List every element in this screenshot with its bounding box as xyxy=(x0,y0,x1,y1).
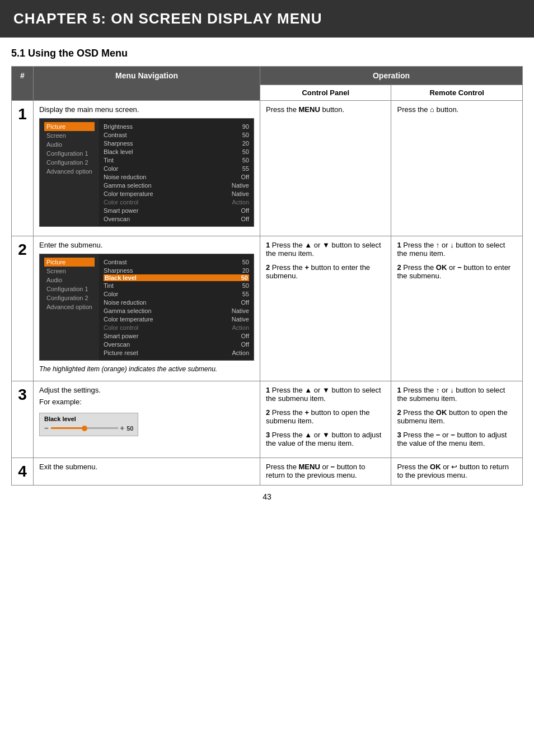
page-number: 43 xyxy=(263,492,271,501)
row3-menu-nav: Adjust the settings. For example: Black … xyxy=(33,381,260,458)
slider-label: Black level xyxy=(44,416,133,422)
slider-value: 50 xyxy=(127,425,133,432)
osd-content-1: Brightness90 Contrast50 Sharpness20 Blac… xyxy=(99,119,254,226)
section-title: 5.1 Using the OSD Menu xyxy=(11,48,523,59)
osd-content-2: Contrast50 Sharpness20 Black level50 Tin… xyxy=(99,254,254,360)
row2-note: The highlighted item (orange) indicates … xyxy=(39,365,254,373)
row-num-1: 1 xyxy=(12,101,34,236)
osd-sidebar-picture-2: Picture xyxy=(44,258,95,267)
table-row: 2 Enter the submenu. Picture Screen Audi… xyxy=(12,236,523,381)
osd-menu-2: Picture Screen Audio Configuration 1 Con… xyxy=(39,254,254,361)
remote-control-header: Remote Control xyxy=(391,85,523,101)
slider-container: Black level − + 50 xyxy=(39,413,138,436)
osd-sidebar-advanced: Advanced option xyxy=(44,167,95,176)
row2-control-panel: 1 Press the ▲ or ▼ button to select the … xyxy=(260,236,391,381)
row2-remote-control: 1 Press the ↑ or ↓ button to select the … xyxy=(391,236,523,381)
row2-desc: Enter the submenu. xyxy=(39,241,254,249)
table-row: 4 Exit the submenu. Press the MENU or − … xyxy=(12,458,523,486)
row4-remote-control: Press the OK or ↩ button to return to th… xyxy=(391,458,523,486)
row3-desc: Adjust the settings. xyxy=(39,386,254,394)
operation-header: Operation xyxy=(260,67,523,85)
slider-track: − + 50 xyxy=(44,424,133,432)
row-num-2: 2 xyxy=(12,236,34,381)
osd-sidebar-2: Picture Screen Audio Configuration 1 Con… xyxy=(40,254,99,360)
row1-remote-control: Press the ⌂ button. xyxy=(391,101,523,236)
osd-table: # Menu Navigation Operation Control Pane… xyxy=(11,66,523,486)
osd-sidebar-config2: Configuration 2 xyxy=(44,158,95,167)
osd-sidebar-config1-2: Configuration 1 xyxy=(44,284,95,293)
chapter-header: CHAPTER 5: ON SCREEN DISPLAY MENU xyxy=(0,0,534,38)
hash-header: # xyxy=(12,67,34,101)
chapter-title: CHAPTER 5: ON SCREEN DISPLAY MENU xyxy=(13,10,521,27)
slider-minus-icon: − xyxy=(44,424,49,432)
osd-sidebar-screen-2: Screen xyxy=(44,267,95,276)
row4-menu-nav: Exit the submenu. xyxy=(33,458,260,486)
osd-sidebar-config1: Configuration 1 xyxy=(44,149,95,158)
osd-sidebar-audio-2: Audio xyxy=(44,276,95,284)
osd-sidebar-picture: Picture xyxy=(44,122,95,131)
control-panel-header: Control Panel xyxy=(260,85,391,101)
osd-sidebar-screen: Screen xyxy=(44,131,95,140)
slider-thumb xyxy=(82,426,87,431)
table-row: 3 Adjust the settings. For example: Blac… xyxy=(12,381,523,458)
osd-menu-1: Picture Screen Audio Configuration 1 Con… xyxy=(39,118,254,227)
row1-desc: Display the main menu screen. xyxy=(39,105,254,114)
row3-remote-control: 1 Press the ↑ or ↓ button to select the … xyxy=(391,381,523,458)
slider-plus-icon: + xyxy=(120,424,125,432)
osd-sidebar-config2-2: Configuration 2 xyxy=(44,293,95,302)
osd-sidebar-advanced-2: Advanced option xyxy=(44,302,95,311)
slider-fill xyxy=(51,427,85,429)
row-num-4: 4 xyxy=(12,458,34,486)
page-footer: 43 xyxy=(0,492,534,507)
row2-menu-nav: Enter the submenu. Picture Screen Audio … xyxy=(33,236,260,381)
osd-sidebar-audio: Audio xyxy=(44,140,95,149)
menu-nav-header: Menu Navigation xyxy=(33,67,260,101)
row1-menu-nav: Display the main menu screen. Picture Sc… xyxy=(33,101,260,236)
row3-control-panel: 1 Press the ▲ or ▼ button to select the … xyxy=(260,381,391,458)
row4-control-panel: Press the MENU or − button to return to … xyxy=(260,458,391,486)
table-row: 1 Display the main menu screen. Picture … xyxy=(12,101,523,236)
row1-control-panel: Press the MENU button. xyxy=(260,101,391,236)
slider-line xyxy=(51,427,118,429)
row4-desc: Exit the submenu. xyxy=(39,463,254,471)
row-num-3: 3 xyxy=(12,381,34,458)
row3-example: For example: xyxy=(39,398,254,406)
osd-sidebar-1: Picture Screen Audio Configuration 1 Con… xyxy=(40,119,99,226)
